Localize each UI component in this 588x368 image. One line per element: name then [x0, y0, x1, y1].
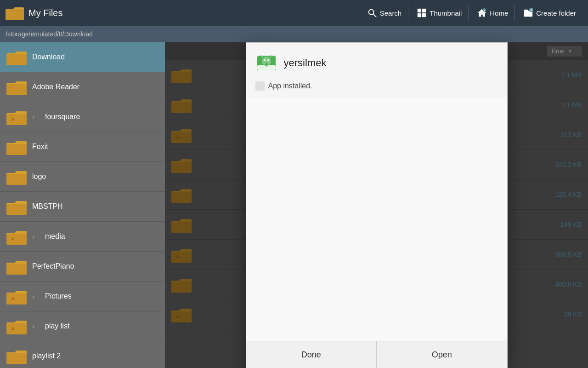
- svg-rect-13: [6, 53, 27, 65]
- svg-point-46: [267, 59, 269, 61]
- home-button[interactable]: + Home: [470, 5, 515, 21]
- sidebar-item-label-media: media: [45, 232, 65, 241]
- svg-rect-51: [255, 81, 265, 91]
- svg-rect-1: [6, 9, 24, 11]
- folder-icon-pictures: [6, 288, 27, 305]
- folder-icon-perfectpiano: [6, 258, 27, 275]
- svg-rect-18: [6, 173, 27, 185]
- header-logo: My Files: [6, 6, 357, 20]
- chevron-icon-playlist: ›: [32, 322, 40, 330]
- search-label: Search: [380, 9, 402, 17]
- sidebar-item-label-perfectpiano: PerfectPiano: [32, 262, 74, 270]
- sidebar-item-pictures[interactable]: › Pictures: [0, 282, 165, 311]
- svg-line-3: [373, 14, 376, 17]
- thumbnail-button[interactable]: Thumbnail: [410, 5, 469, 21]
- chevron-icon-media: ›: [32, 233, 40, 240]
- dialog-header: yersilmek: [246, 43, 507, 81]
- header: My Files Search Thumbnail + H: [0, 0, 588, 26]
- svg-rect-6: [418, 13, 421, 17]
- header-folder-icon: [6, 6, 24, 20]
- svg-rect-23: [6, 293, 27, 305]
- dialog-footer: Done Open: [246, 341, 507, 368]
- thumbnail-label: Thumbnail: [430, 9, 462, 17]
- open-button[interactable]: Open: [376, 341, 507, 368]
- sidebar-item-label-logo: logo: [32, 172, 46, 181]
- dialog-status-text: App installed.: [268, 82, 312, 90]
- folder-icon-mbstph: [6, 198, 27, 215]
- svg-rect-22: [6, 263, 27, 275]
- sidebar-item-download[interactable]: Download: [0, 42, 165, 72]
- chevron-icon-foursquare: ›: [32, 113, 40, 121]
- svg-rect-4: [418, 9, 421, 12]
- app-icon: [255, 52, 277, 74]
- svg-rect-20: [6, 233, 27, 245]
- folder-icon-foursquare: [6, 109, 27, 125]
- svg-point-45: [264, 59, 266, 61]
- sidebar-item-media[interactable]: › media: [0, 222, 165, 252]
- breadcrumb-text: /storage/emulated/0/Download: [6, 30, 93, 38]
- home-icon: +: [477, 8, 487, 18]
- folder-icon-playlist: [6, 318, 27, 334]
- folder-icon-adobe: [6, 79, 27, 95]
- sidebar: Download Adobe Reader › foursquare: [0, 42, 165, 368]
- sidebar-item-foxit[interactable]: Foxit: [0, 132, 165, 162]
- sidebar-item-play-list[interactable]: › play list: [0, 311, 165, 341]
- status-check-icon: [255, 81, 265, 91]
- create-folder-label: Create folder: [536, 9, 576, 17]
- svg-point-2: [368, 10, 373, 15]
- folder-icon-media: [6, 228, 27, 245]
- sidebar-item-label-download: Download: [32, 53, 65, 61]
- svg-rect-0: [6, 9, 24, 20]
- search-icon: [367, 8, 377, 18]
- svg-rect-5: [422, 9, 426, 12]
- install-dialog: yersilmek App installed. Done Open: [246, 42, 508, 368]
- breadcrumb: /storage/emulated/0/Download: [0, 26, 588, 42]
- svg-rect-25: [6, 322, 27, 334]
- sidebar-item-perfect-piano[interactable]: PerfectPiano: [0, 252, 165, 282]
- header-actions: Search Thumbnail + Home: [361, 5, 582, 21]
- main-layout: Download Adobe Reader › foursquare: [0, 42, 588, 368]
- sidebar-item-mbstph[interactable]: MBSTPH: [0, 192, 165, 222]
- thumbnail-icon: [417, 8, 427, 18]
- sidebar-item-adobe-reader[interactable]: Adobe Reader: [0, 72, 165, 102]
- sidebar-item-label-foursquare: foursquare: [45, 113, 80, 121]
- done-button[interactable]: Done: [246, 341, 377, 368]
- folder-icon-download: [6, 49, 27, 65]
- home-label: Home: [490, 9, 508, 17]
- svg-rect-7: [422, 13, 426, 17]
- dialog-body: [246, 98, 507, 341]
- sidebar-item-label-adobe: Adobe Reader: [32, 83, 79, 91]
- sidebar-item-label-mbstph: MBSTPH: [32, 202, 63, 211]
- create-folder-icon: [523, 8, 533, 18]
- app-title: My Files: [28, 8, 62, 18]
- sidebar-item-foursquare[interactable]: › foursquare: [0, 102, 165, 132]
- sidebar-item-label-playlist2: playlist 2: [32, 352, 61, 360]
- svg-rect-27: [6, 352, 27, 364]
- svg-rect-15: [6, 113, 27, 125]
- svg-text:+: +: [484, 9, 485, 12]
- content-area: Time ▼ 2.1 MB 2.1 MB: [165, 42, 588, 368]
- sidebar-item-label-foxit: Foxit: [32, 143, 48, 151]
- sidebar-item-label-pictures: Pictures: [45, 292, 72, 300]
- chevron-icon-pictures: ›: [32, 293, 40, 300]
- create-folder-button[interactable]: Create folder: [517, 5, 582, 21]
- svg-rect-17: [6, 143, 27, 155]
- dialog-overlay: yersilmek App installed. Done Open: [165, 42, 588, 368]
- svg-rect-19: [6, 203, 27, 215]
- sidebar-item-logo[interactable]: logo: [0, 162, 165, 192]
- search-button[interactable]: Search: [361, 5, 409, 21]
- folder-icon-playlist2: [6, 348, 27, 364]
- svg-rect-50: [266, 63, 267, 65]
- dialog-app-name: yersilmek: [284, 57, 327, 69]
- sidebar-item-playlist-2[interactable]: playlist 2: [0, 341, 165, 368]
- dialog-status: App installed.: [246, 81, 507, 98]
- folder-icon-foxit: [6, 138, 27, 155]
- sidebar-item-label-playlist: play list: [45, 322, 69, 330]
- folder-icon-logo: [6, 168, 27, 185]
- svg-rect-14: [6, 83, 27, 95]
